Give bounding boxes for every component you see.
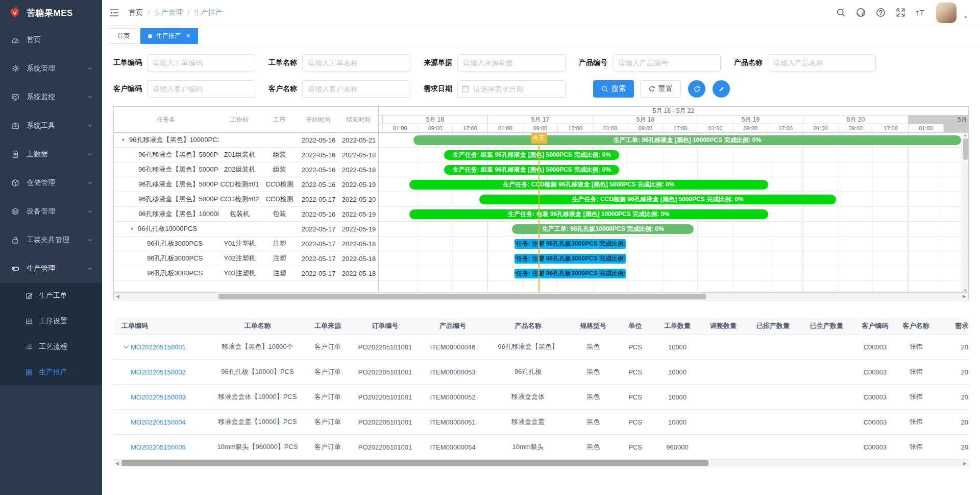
- tab-1[interactable]: 首页: [110, 28, 137, 44]
- table-cell-order: PO202205101001: [351, 393, 420, 401]
- avatar-caret-icon[interactable]: [963, 14, 969, 20]
- gantt-bar[interactable]: 生产工单: 96孔移液盒 [黑色] 10000PCS 完成比例: 0%: [413, 135, 961, 145]
- sidebar-subitem-1[interactable]: 生产工单: [0, 283, 102, 309]
- gantt-hour-cell: 17:00: [873, 124, 909, 132]
- search-icon[interactable]: [836, 8, 846, 17]
- sidebar-item-4[interactable]: 系统工具: [0, 111, 102, 140]
- scroll-left-icon[interactable]: ◀: [114, 293, 121, 300]
- gantt-range-label: 5月 16 - 5月 22: [379, 107, 968, 115]
- row-expand-icon[interactable]: [121, 342, 131, 351]
- tab-close-icon[interactable]: ✕: [186, 33, 190, 39]
- sidebar-item-5[interactable]: 主数据: [0, 140, 102, 169]
- reset-button[interactable]: 重置: [640, 80, 681, 98]
- gantt-bar[interactable]: 生产任务: 组装 96孔移液盒 [黑色] 5000PCS 完成比例: 0%: [444, 150, 619, 160]
- filter-field-工单名称: 工单名称: [268, 54, 410, 72]
- gantt-hscroll-thumb[interactable]: [218, 294, 706, 299]
- gantt-bar[interactable]: 生产任务: 组装 96孔移液盒 [黑色] 5000PCS 完成比例: 0%: [444, 165, 619, 175]
- help-icon[interactable]: [876, 8, 886, 17]
- sidebar-item-6[interactable]: 仓储管理: [0, 169, 102, 197]
- gantt-bar[interactable]: 生产任务: 注塑 96孔孔板3000PCS 完成比例: 0%: [514, 254, 626, 264]
- sidebar-subitem-label: 工序设置: [39, 317, 93, 326]
- gantt-cell: 注塑: [261, 239, 298, 248]
- filter-input-产品名称[interactable]: [768, 54, 876, 72]
- filter-input-客户名称[interactable]: [302, 80, 410, 98]
- sidebar-item-7[interactable]: 设备管理: [0, 197, 102, 226]
- gantt-table-row: ▼96孔移液盒【黑色】10000PCS2022-05-162022-05-21: [114, 133, 378, 148]
- gantt-task-name: 96孔孔板10000PCS: [138, 224, 197, 233]
- tree-collapse-icon[interactable]: ▼: [121, 137, 126, 143]
- filter-input-客户编码[interactable]: [147, 80, 255, 98]
- breadcrumb-item[interactable]: 首页: [129, 8, 143, 17]
- breadcrumb-item[interactable]: 生产排产: [194, 8, 223, 17]
- table-column-单位: 单位: [616, 321, 654, 331]
- table-row: MO20220515000296孔孔板【10000】PCS客户订单PO20220…: [113, 360, 969, 385]
- filter-input-产品编号[interactable]: [612, 54, 721, 72]
- scroll-right-icon[interactable]: ▶: [961, 293, 968, 300]
- github-icon[interactable]: [856, 8, 866, 17]
- gantt-bar[interactable]: 生产任务: 注塑 96孔孔板3000PCS 完成比例: 0%: [514, 269, 626, 278]
- gantt-vertical-scrollbar[interactable]: ▲ ▼: [962, 133, 968, 293]
- table-cell-product: 96孔孔板: [486, 367, 570, 376]
- gantt-day-overflow: 5月 21: [909, 115, 968, 124]
- workorder-link[interactable]: MO202205150004: [131, 418, 186, 426]
- sidebar-item-9[interactable]: 生产管理: [0, 254, 102, 283]
- scroll-up-icon[interactable]: ▲: [963, 133, 967, 137]
- gantt-hour-cell: 01:00: [803, 124, 839, 132]
- table-cell-custName: 张伟: [897, 367, 935, 376]
- table-hscroll-thumb[interactable]: [121, 460, 708, 466]
- table-cell-custName: 张伟: [897, 392, 935, 402]
- gantt-bar[interactable]: 生产任务: 包装 96孔移液盒 [黑色] 10000PCS 完成比例: 0%: [409, 209, 769, 219]
- workorder-link[interactable]: MO202205150003: [131, 393, 186, 401]
- user-avatar[interactable]: [936, 3, 957, 23]
- gantt-bar[interactable]: 生产任务: 注塑 96孔孔板3000PCS 完成比例: 0%: [514, 239, 626, 249]
- gantt-hour-cell: 17:00: [558, 124, 593, 132]
- gantt-task-name-cell: 96孔移液盒【黑色】10000PCS: [114, 209, 218, 219]
- filter-field-产品名称: 产品名称: [734, 54, 876, 72]
- table-cell-demand: 2022: [935, 443, 969, 451]
- refresh-button[interactable]: [688, 80, 705, 98]
- gantt-task-name-cell: 96孔孔板3000PCS: [114, 254, 218, 263]
- gantt-bar[interactable]: 生产任务: CCD检测 96孔移液盒 [黑色] 5000PCS 完成比例: 0%: [409, 180, 769, 190]
- gantt-table-row: 96孔移液盒【黑色】5000PCSCCD检测#02CCD检测2022-05-17…: [114, 192, 378, 207]
- table-cell-item: ITEM00000054: [420, 443, 486, 451]
- filter-input-需求日期[interactable]: [457, 80, 566, 98]
- gantt-cell: 2022-05-19: [339, 225, 379, 233]
- sidebar-item-3[interactable]: 系统监控: [0, 83, 102, 111]
- scroll-right-icon[interactable]: ▶: [961, 460, 969, 467]
- tab-2[interactable]: 生产排产✕: [140, 28, 198, 44]
- gantt-hour-stub: [379, 124, 383, 132]
- gantt-column-结束时间: 结束时间: [338, 115, 378, 124]
- edit-mode-button[interactable]: [713, 80, 730, 98]
- sidebar-subitem-2[interactable]: 工序设置: [0, 309, 102, 334]
- sidebar-item-1[interactable]: 首页: [0, 26, 102, 54]
- table-cell-qty: 10000: [654, 368, 700, 376]
- gantt-vscroll-thumb[interactable]: [963, 138, 968, 160]
- sidebar-toggle-icon[interactable]: [109, 8, 119, 18]
- workorder-link[interactable]: MO202205150001: [131, 343, 186, 351]
- sidebar-item-8[interactable]: 工装夹具管理: [0, 226, 102, 254]
- gantt-horizontal-scrollbar[interactable]: ◀ ▶: [114, 292, 968, 300]
- sidebar-item-2[interactable]: 系统管理: [0, 54, 102, 83]
- navbar-actions: TT: [836, 3, 969, 23]
- gantt-bar[interactable]: 生产任务: CCD检测 96孔移液盒 [黑色] 5000PCS 完成比例: 0%: [479, 195, 837, 204]
- fullscreen-icon[interactable]: [896, 8, 905, 17]
- workorder-link[interactable]: MO202205150005: [131, 443, 186, 451]
- table-column-工单来源: 工单来源: [305, 321, 351, 331]
- sidebar-menu: 首页系统管理系统监控系统工具主数据仓储管理设备管理工装夹具管理生产管理生产工单工…: [0, 26, 102, 385]
- sidebar-subitem-3[interactable]: 工艺流程: [0, 334, 102, 360]
- filter-input-工单名称[interactable]: [302, 54, 410, 72]
- gantt-task-name: 96孔移液盒【黑色】5000PCS: [138, 180, 218, 189]
- font-size-icon[interactable]: TT: [916, 8, 926, 17]
- gantt-cell: 2022-05-16: [298, 181, 339, 188]
- filter-input-来源单据[interactable]: [457, 54, 566, 72]
- filter-input-工单编码[interactable]: [147, 54, 255, 72]
- workorder-link[interactable]: MO202205150002: [131, 368, 186, 376]
- breadcrumb-item[interactable]: 生产管理: [154, 8, 183, 17]
- table-horizontal-scrollbar[interactable]: ◀ ▶: [113, 460, 969, 467]
- scroll-left-icon[interactable]: ◀: [113, 460, 121, 467]
- sidebar-subitem-4[interactable]: 生产排产: [0, 360, 102, 385]
- search-button[interactable]: 搜索: [593, 80, 634, 98]
- gantt-table-row: 96孔移液盒【黑色】5000PCSCCD检测#01CCD检测2022-05-16…: [114, 177, 378, 192]
- gantt-column-headers: 任务名工作站工序开始时间结束时间: [114, 107, 379, 132]
- tree-collapse-icon[interactable]: ▼: [130, 226, 134, 231]
